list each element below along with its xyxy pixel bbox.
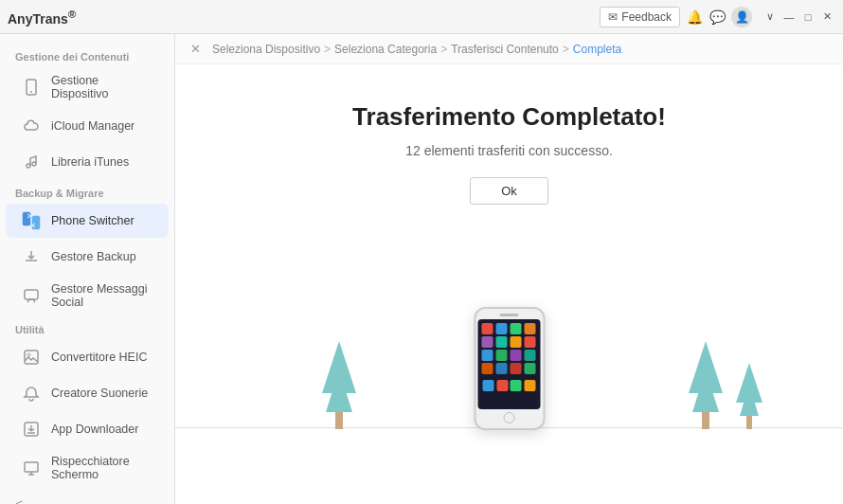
breadcrumb: ✕ Seleziona Dispositivo > Seleziona Cate… <box>175 34 843 64</box>
message-icon <box>21 285 42 306</box>
sidebar-section-utilita: Utilità <box>0 316 174 339</box>
app-title: AnyTrans® <box>8 8 76 27</box>
sidebar-item-gestione-dispositivo[interactable]: Gestione Dispositivo <box>6 67 169 107</box>
svg-rect-4 <box>23 212 30 225</box>
sidebar-item-heic[interactable]: Convertitore HEIC <box>6 340 169 374</box>
minimize-button[interactable]: — <box>780 9 798 26</box>
tree-trunk-left <box>335 412 343 429</box>
svg-point-8 <box>27 353 30 356</box>
svg-rect-7 <box>25 351 38 364</box>
titlebar: AnyTrans® ✉ Feedback 🔔 💬 👤 ∨ — □ ✕ <box>0 0 843 34</box>
sidebar-item-label: Convertitore HEIC <box>51 351 147 364</box>
sidebar-item-icloud[interactable]: iCloud Manager <box>6 109 169 143</box>
scene <box>175 233 843 504</box>
svg-rect-6 <box>25 290 38 299</box>
phone-body <box>474 307 545 430</box>
tree-top-left <box>322 341 356 393</box>
tree-top-r1 <box>689 341 723 393</box>
titlebar-left: AnyTrans® <box>8 8 76 27</box>
app-body: Gestione dei Contenuti Gestione Disposit… <box>0 34 843 504</box>
mirror-icon <box>21 458 42 478</box>
svg-point-1 <box>30 91 32 93</box>
close-button[interactable]: ✕ <box>818 9 835 26</box>
sidebar-item-messaggi[interactable]: Gestore Messaggi Social <box>6 276 169 315</box>
sidebar: Gestione dei Contenuti Gestione Disposit… <box>0 34 175 504</box>
tree-trunk-r2 <box>746 416 752 429</box>
cloud-icon <box>21 116 42 136</box>
sidebar-item-label: Gestore Messaggi Social <box>51 282 157 309</box>
ok-button[interactable]: Ok <box>470 177 548 205</box>
chat-icon[interactable]: 💬 <box>708 9 726 26</box>
music-icon <box>21 152 42 172</box>
phone-speaker <box>500 314 519 316</box>
sidebar-item-phone-switcher[interactable]: Phone Switcher <box>6 204 169 238</box>
sidebar-item-itunes[interactable]: Libreria iTunes <box>6 145 169 179</box>
device-icon <box>21 77 42 98</box>
breadcrumb-item-3: Completa <box>573 43 621 56</box>
svg-rect-10 <box>25 462 38 472</box>
sidebar-section-content: Gestione dei Contenuti <box>0 44 174 66</box>
sidebar-item-label: Libreria iTunes <box>51 155 129 169</box>
tree-right-1 <box>689 341 723 429</box>
sidebar-item-suonerie[interactable]: Creatore Suonerie <box>6 376 169 410</box>
sidebar-item-label: Phone Switcher <box>51 214 135 227</box>
backup-icon <box>21 246 42 267</box>
breadcrumb-item-0: Seleziona Dispositivo <box>212 43 320 56</box>
window-controls: ∨ — □ ✕ <box>762 9 835 26</box>
feedback-button[interactable]: ✉ Feedback <box>600 7 680 27</box>
sidebar-item-gestore-backup[interactable]: Gestore Backup <box>6 240 169 274</box>
sidebar-item-app-downloader[interactable]: App Downloader <box>6 412 169 446</box>
titlebar-right: ✉ Feedback 🔔 💬 👤 ∨ — □ ✕ <box>600 7 835 27</box>
transfer-title: Trasferimento Completato! <box>352 102 666 132</box>
download-icon <box>21 419 42 440</box>
mail-icon: ✉ <box>608 10 618 24</box>
tree-top-r2 <box>736 363 762 403</box>
sidebar-item-label: Gestore Backup <box>51 250 136 263</box>
tree-trunk-r1 <box>702 412 709 429</box>
sidebar-item-label: Rispecchiatore Schermo <box>51 455 157 481</box>
image-icon <box>21 347 42 368</box>
sidebar-item-rispecchiatore[interactable]: Rispecchiatore Schermo <box>6 448 169 488</box>
user-avatar[interactable]: 👤 <box>731 7 752 27</box>
breadcrumb-close-icon[interactable]: ✕ <box>190 42 201 56</box>
sidebar-item-label: App Downloader <box>51 423 138 436</box>
chevron-down-icon[interactable]: ∨ <box>762 9 779 26</box>
ringtone-icon <box>21 383 42 404</box>
svg-rect-5 <box>32 216 40 229</box>
main-content-area: ✕ Seleziona Dispositivo > Seleziona Cate… <box>175 34 843 504</box>
phone-switch-icon <box>21 210 42 231</box>
sidebar-item-label: iCloud Manager <box>51 119 135 133</box>
phone-screen <box>478 319 541 409</box>
breadcrumb-item-1: Seleziona Categoria <box>334 43 437 56</box>
transfer-complete-panel: Trasferimento Completato! 12 elementi tr… <box>175 64 843 504</box>
maximize-button[interactable]: □ <box>799 9 816 26</box>
breadcrumb-item-2: Trasferisci Contenuto <box>451 43 559 56</box>
sidebar-collapse-button[interactable]: < <box>0 489 174 504</box>
phone-device <box>474 307 545 430</box>
sidebar-section-backup: Backup & Migrare <box>0 180 174 203</box>
phone-home-button <box>504 412 515 423</box>
transfer-subtitle: 12 elementi trasferiti con successo. <box>405 143 613 158</box>
tree-left <box>322 341 356 429</box>
tree-right-2 <box>736 363 762 429</box>
sidebar-item-label: Gestione Dispositivo <box>51 74 157 100</box>
bell-icon[interactable]: 🔔 <box>686 9 703 26</box>
sidebar-item-label: Creatore Suonerie <box>51 387 148 400</box>
